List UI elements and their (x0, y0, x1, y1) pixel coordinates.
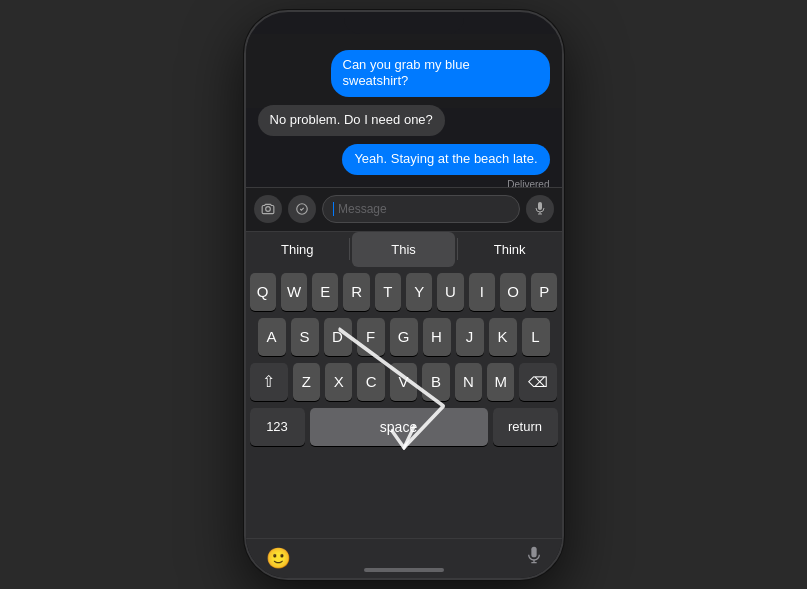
delete-key[interactable]: ⌫ (519, 363, 557, 401)
key-p[interactable]: P (531, 273, 557, 311)
predictive-text-bar: Thing This Think (246, 231, 562, 267)
appstore-button[interactable] (288, 195, 316, 223)
predictive-this[interactable]: This (352, 232, 456, 267)
key-z[interactable]: Z (293, 363, 320, 401)
message-placeholder: Message (338, 202, 387, 216)
predictive-think[interactable]: Think (458, 232, 562, 267)
key-j[interactable]: J (456, 318, 484, 356)
key-s[interactable]: S (291, 318, 319, 356)
key-y[interactable]: Y (406, 273, 432, 311)
key-c[interactable]: C (357, 363, 384, 401)
message-bubble-sent-1: Can you grab my blue sweatshirt? (331, 50, 550, 98)
key-i[interactable]: I (469, 273, 495, 311)
message-bubble-received-1: No problem. Do I need one? (258, 105, 445, 136)
svg-point-0 (265, 207, 270, 212)
keyboard: Q W E R T Y U I O P A S D F G H J K L ⇧ (246, 267, 562, 538)
key-b[interactable]: B (422, 363, 449, 401)
bottom-bar: 🙂 (246, 538, 562, 578)
key-t[interactable]: T (375, 273, 401, 311)
key-h[interactable]: H (423, 318, 451, 356)
key-x[interactable]: X (325, 363, 352, 401)
message-bubble-sent-2: Yeah. Staying at the beach late. (342, 144, 549, 175)
notch (344, 12, 464, 34)
shift-icon: ⇧ (262, 372, 275, 391)
keyboard-row-3: ⇧ Z X C V B N M ⌫ (250, 363, 558, 401)
svg-rect-2 (538, 202, 542, 210)
space-key[interactable]: space (310, 408, 488, 446)
svg-rect-5 (531, 547, 536, 558)
shift-key[interactable]: ⇧ (250, 363, 288, 401)
key-d[interactable]: D (324, 318, 352, 356)
key-m[interactable]: M (487, 363, 514, 401)
numbers-key[interactable]: 123 (250, 408, 305, 446)
cursor (333, 202, 335, 216)
key-r[interactable]: R (343, 273, 369, 311)
key-u[interactable]: U (437, 273, 463, 311)
key-e[interactable]: E (312, 273, 338, 311)
key-o[interactable]: O (500, 273, 526, 311)
return-key[interactable]: return (493, 408, 558, 446)
camera-button[interactable] (254, 195, 282, 223)
key-n[interactable]: N (455, 363, 482, 401)
key-g[interactable]: G (390, 318, 418, 356)
keyboard-row-2: A S D F G H J K L (250, 318, 558, 356)
key-f[interactable]: F (357, 318, 385, 356)
mic-button[interactable] (526, 195, 554, 223)
key-a[interactable]: A (258, 318, 286, 356)
key-q[interactable]: Q (250, 273, 276, 311)
emoji-button[interactable]: 🙂 (266, 546, 291, 570)
delete-icon: ⌫ (528, 374, 548, 390)
home-indicator (364, 568, 444, 572)
predictive-thing[interactable]: Thing (246, 232, 350, 267)
key-w[interactable]: W (281, 273, 307, 311)
predictive-divider-1 (349, 238, 350, 260)
messages-area: Can you grab my blue sweatshirt? No prob… (246, 34, 562, 108)
keyboard-row-4: 123 space return (250, 408, 558, 446)
message-input[interactable]: Message (322, 195, 520, 223)
mic-bottom-button[interactable] (526, 546, 542, 570)
keyboard-row-1: Q W E R T Y U I O P (250, 273, 558, 311)
key-v[interactable]: V (390, 363, 417, 401)
phone-frame: Can you grab my blue sweatshirt? No prob… (244, 10, 564, 580)
input-bar: Message (246, 187, 562, 231)
key-k[interactable]: K (489, 318, 517, 356)
key-l[interactable]: L (522, 318, 550, 356)
